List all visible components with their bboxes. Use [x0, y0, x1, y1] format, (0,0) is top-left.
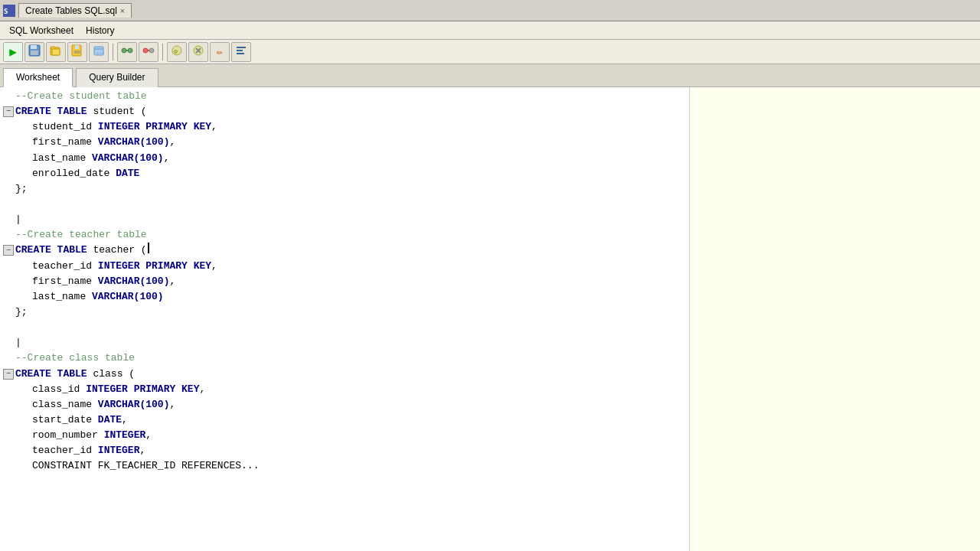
fold-icon[interactable]: − [3, 106, 14, 117]
svg-rect-26 [237, 47, 246, 48]
svg-rect-4 [31, 51, 38, 55]
svg-point-18 [143, 48, 148, 53]
code-line [3, 320, 689, 335]
code-token: class ( [93, 367, 135, 382]
code-token: first_name [32, 135, 98, 150]
format-button[interactable] [231, 42, 251, 62]
format-icon [235, 44, 247, 60]
code-line: CONSTRAINT FK_TEACHER_ID REFERENCES... [3, 458, 689, 474]
tabs-bar: Worksheet Query Builder [0, 64, 980, 87]
connect-icon [121, 44, 133, 60]
code-line [3, 197, 689, 212]
code-token: VARCHAR(100) [98, 397, 170, 412]
code-token: | [15, 212, 21, 227]
svg-point-16 [128, 48, 132, 53]
code-token: , [169, 397, 175, 412]
svg-rect-27 [237, 50, 243, 51]
code-token: last_name [32, 151, 92, 166]
code-token: VARCHAR(100) [98, 274, 170, 289]
code-line: --Create class table [3, 350, 689, 366]
save-button[interactable] [24, 42, 44, 62]
code-line: −CREATE TABLE student ( [3, 104, 689, 119]
code-token: last_name [32, 289, 92, 305]
code-line: | [3, 335, 689, 350]
tab-query-builder[interactable]: Query Builder [76, 68, 158, 87]
code-line: --Create student table [3, 89, 689, 104]
menu-history[interactable]: History [80, 24, 120, 37]
fold-icon[interactable]: − [3, 369, 14, 380]
open-file-button[interactable]: ··· [89, 42, 109, 62]
file-tab[interactable]: Create Tables SQL.sql × [18, 3, 132, 18]
run-button[interactable]: ▶ [3, 42, 23, 62]
right-panel [689, 87, 980, 551]
code-token: VARCHAR(100) [92, 289, 164, 305]
save-as-button[interactable] [67, 42, 87, 62]
code-token: class_name [32, 397, 98, 412]
svg-text:⚙: ⚙ [174, 48, 178, 55]
menu-sql-worksheet[interactable]: SQL Worksheet [3, 24, 80, 37]
code-token: , [211, 259, 217, 274]
app-icon: S [3, 5, 15, 17]
close-tab-button[interactable]: × [120, 6, 125, 15]
connect-button[interactable] [117, 42, 137, 62]
code-token: INTEGER PRIMARY KEY [98, 259, 211, 274]
open-button[interactable] [46, 42, 66, 62]
run-icon: ▶ [9, 44, 17, 60]
code-token: , [122, 412, 128, 428]
code-line: | [3, 212, 689, 227]
code-token: DATE [116, 166, 139, 181]
code-token: DATE [98, 412, 122, 428]
code-token: , [211, 119, 217, 135]
code-token: student_id [32, 119, 98, 135]
code-line: room_number INTEGER, [3, 428, 689, 443]
code-line: class_id INTEGER PRIMARY KEY, [3, 382, 689, 397]
code-line: last_name VARCHAR(100) [3, 289, 689, 305]
toolbar-sep-2 [162, 44, 163, 60]
rollback-icon [192, 44, 204, 60]
save-as-icon [71, 44, 83, 60]
code-token: CREATE TABLE [15, 367, 93, 382]
code-token: , [199, 382, 205, 397]
code-line: student_id INTEGER PRIMARY KEY, [3, 119, 689, 135]
code-token: class_id [32, 382, 86, 397]
tab-worksheet[interactable]: Worksheet [3, 68, 73, 87]
code-line: teacher_id INTEGER PRIMARY KEY, [3, 259, 689, 274]
explain-button[interactable]: ✏ [210, 42, 230, 62]
code-token: CREATE TABLE [15, 243, 93, 258]
toolbar-sep-1 [113, 44, 113, 60]
commit-button[interactable]: ⚙ [167, 42, 187, 62]
code-token: }; [15, 305, 28, 320]
code-token: INTEGER [104, 428, 146, 443]
disconnect-button[interactable] [139, 42, 158, 62]
code-line: −CREATE TABLE class ( [3, 367, 689, 382]
code-line: teacher_id INTEGER, [3, 443, 689, 458]
code-token: --Create teacher table [15, 227, 147, 243]
fold-icon[interactable]: − [3, 245, 14, 256]
code-token: teacher_id [32, 443, 98, 458]
code-line: −CREATE TABLE teacher ( [3, 243, 689, 258]
code-token: --Create class table [15, 350, 135, 366]
menu-bar: SQL Worksheet History [0, 21, 980, 40]
toolbar: ▶ [0, 40, 980, 64]
svg-rect-3 [31, 45, 37, 49]
svg-rect-28 [237, 53, 244, 54]
code-editor[interactable]: --Create student table−CREATE TABLE stud… [0, 87, 689, 551]
code-token: enrolled_date [32, 166, 116, 181]
svg-text:···: ··· [96, 51, 105, 56]
svg-point-15 [122, 48, 126, 53]
code-token: INTEGER PRIMARY KEY [86, 382, 199, 397]
code-token: CREATE TABLE [15, 104, 93, 119]
code-token: start_date [32, 412, 98, 428]
code-token: room_number [32, 428, 104, 443]
code-line: enrolled_date DATE [3, 166, 689, 181]
open-icon [50, 44, 62, 60]
open-file-icon: ··· [93, 44, 105, 60]
svg-text:S: S [4, 8, 8, 15]
code-line: --Create teacher table [3, 227, 689, 243]
title-bar: S Create Tables SQL.sql × [0, 0, 980, 21]
code-token: student ( [93, 104, 146, 119]
code-token: | [15, 335, 21, 350]
rollback-button[interactable] [188, 42, 208, 62]
code-token: INTEGER [98, 443, 140, 458]
code-token: CONSTRAINT FK_TEACHER_ID REFERENCES... [32, 458, 259, 474]
